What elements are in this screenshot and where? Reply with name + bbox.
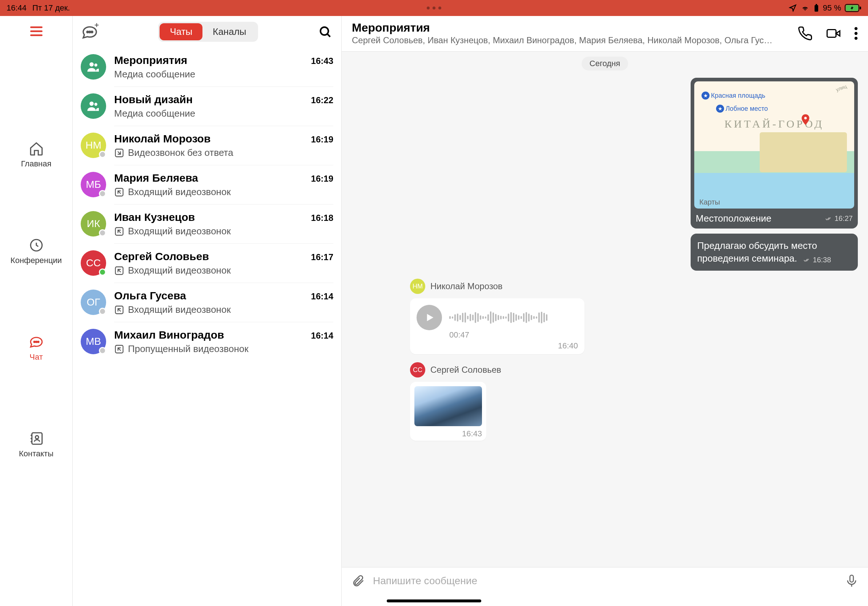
avatar[interactable]: МБ — [81, 172, 106, 197]
chat-subtitle: Входящий видеозвонок — [128, 265, 231, 276]
svg-point-17 — [87, 31, 88, 33]
nav-chat[interactable]: Чат — [29, 334, 44, 362]
map-pin-icon — [800, 114, 811, 127]
voice-record-button[interactable] — [845, 574, 859, 588]
message-input[interactable] — [373, 575, 837, 587]
map-attribution: Карты — [698, 198, 720, 206]
avatar[interactable]: СС — [410, 362, 425, 377]
location-message[interactable]: улиц ★Красная площадь ★Лобное место КИТА… — [691, 78, 858, 229]
svg-point-37 — [854, 37, 857, 40]
status-bar: 16:44 Пт 17 дек. 95 % — [0, 0, 868, 16]
conversation-title[interactable]: Мероприятия — [352, 21, 790, 34]
video-call-button[interactable] — [825, 26, 842, 41]
svg-point-38 — [804, 117, 807, 119]
svg-rect-39 — [850, 575, 854, 582]
nav-conferences[interactable]: Конференции — [11, 238, 62, 265]
avatar[interactable] — [81, 54, 106, 80]
chat-time: 16:14 — [311, 331, 333, 341]
chat-row[interactable]: МБ Мария Беляева16:19 Входящий видеозвон… — [73, 165, 341, 204]
chat-time: 16:18 — [311, 213, 333, 223]
avatar[interactable]: ОГ — [81, 289, 106, 315]
multitask-dots[interactable] — [427, 6, 441, 9]
nav-label: Конференции — [11, 256, 62, 265]
date-separator: Сегодня — [581, 57, 628, 71]
nav-label: Контакты — [19, 449, 53, 459]
chat-time: 16:14 — [311, 291, 333, 301]
waveform[interactable] — [449, 308, 578, 327]
svg-point-27 — [95, 103, 98, 106]
svg-point-18 — [89, 31, 90, 33]
call-direction-icon — [114, 148, 124, 158]
text-message[interactable]: Предлагаю обсудить место проведения семи… — [691, 233, 858, 271]
chat-subtitle: Видеозвонок без ответа — [128, 147, 233, 158]
call-direction-icon — [114, 344, 124, 354]
chat-time: 16:43 — [311, 56, 333, 66]
svg-point-10 — [36, 341, 37, 343]
svg-rect-4 — [860, 6, 861, 9]
svg-point-36 — [854, 32, 857, 34]
status-icons: 95 % — [789, 3, 862, 13]
chat-subtitle: Медиа сообщение — [114, 108, 195, 119]
sender-header: НМ Николай Морозов — [410, 279, 858, 294]
svg-point-35 — [854, 27, 857, 30]
svg-point-25 — [95, 63, 98, 66]
nav-contacts[interactable]: Контакты — [19, 431, 53, 459]
search-button[interactable] — [317, 24, 333, 40]
chat-subtitle: Пропущенный видеозвонок — [128, 343, 249, 355]
chat-row[interactable]: ОГ Ольга Гусева16:14 Входящий видеозвоно… — [73, 283, 341, 322]
chat-list-panel: Чаты Каналы Мероприятия16:43 Медиа сообщ… — [73, 16, 342, 606]
call-direction-icon — [114, 266, 124, 276]
avatar[interactable]: НМ — [410, 279, 425, 294]
chat-name: Мария Беляева — [114, 172, 198, 184]
chat-row[interactable]: МВ Михаил Виноградов16:14 Пропущенный ви… — [73, 322, 341, 361]
tab-chats[interactable]: Чаты — [160, 23, 203, 40]
more-button[interactable] — [854, 26, 858, 41]
nav-label: Главная — [21, 159, 52, 169]
chat-time: 16:19 — [311, 174, 333, 184]
map-thumbnail[interactable]: улиц ★Красная площадь ★Лобное место КИТА… — [694, 81, 854, 209]
chat-row[interactable]: ИК Иван Кузнецов16:18 Входящий видеозвон… — [73, 204, 341, 244]
chat-row[interactable]: НМ Николай Морозов16:19 Видеозвонок без … — [73, 126, 341, 165]
chat-time: 16:19 — [311, 134, 333, 145]
chat-row[interactable]: Новый дизайн16:22 Медиа сообщение — [73, 87, 341, 126]
chat-name: Иван Кузнецов — [114, 211, 195, 223]
avatar[interactable]: ИК — [81, 211, 106, 237]
sender-header: СС Сергей Соловьев — [410, 362, 858, 377]
avatar[interactable]: МВ — [81, 329, 106, 354]
chat-row[interactable]: Мероприятия16:43 Медиа сообщение — [73, 48, 341, 87]
call-direction-icon — [114, 187, 124, 197]
image-thumbnail[interactable] — [414, 386, 482, 426]
status-date: Пт 17 дек. — [33, 3, 70, 13]
chat-time: 16:22 — [311, 95, 333, 105]
svg-rect-0 — [815, 5, 818, 12]
svg-point-26 — [90, 102, 94, 106]
avatar[interactable]: НМ — [81, 133, 106, 158]
chat-name: Новый дизайн — [114, 93, 193, 106]
chat-row[interactable]: СС Сергей Соловьев16:17 Входящий видеозв… — [73, 244, 341, 283]
chat-icon — [29, 334, 44, 349]
conversation-panel: Мероприятия Сергей Соловьев, Иван Кузнец… — [342, 16, 868, 606]
chat-subtitle: Входящий видеозвонок — [128, 226, 231, 237]
svg-point-19 — [91, 31, 93, 33]
new-chat-button[interactable] — [81, 23, 99, 41]
play-button[interactable] — [417, 305, 442, 330]
call-direction-icon — [114, 226, 124, 237]
chat-name: Сергей Соловьев — [114, 250, 209, 263]
menu-button[interactable] — [28, 23, 44, 39]
avatar[interactable] — [81, 93, 106, 119]
home-icon — [29, 141, 44, 156]
message-time: 16:40 — [417, 341, 578, 351]
attach-button[interactable] — [351, 574, 365, 588]
nav-home[interactable]: Главная — [21, 141, 52, 169]
chat-name: Ольга Гусева — [114, 289, 186, 302]
avatar[interactable]: СС — [81, 250, 106, 276]
voice-message[interactable]: 00:47 16:40 — [410, 298, 584, 354]
location-icon — [789, 4, 797, 12]
call-direction-icon — [114, 305, 124, 315]
tab-channels[interactable]: Каналы — [203, 23, 256, 40]
svg-point-9 — [34, 341, 35, 343]
home-indicator[interactable] — [387, 600, 481, 602]
chat-name: Николай Морозов — [114, 133, 211, 145]
call-button[interactable] — [797, 26, 813, 41]
image-message[interactable]: 16:43 — [410, 382, 486, 441]
